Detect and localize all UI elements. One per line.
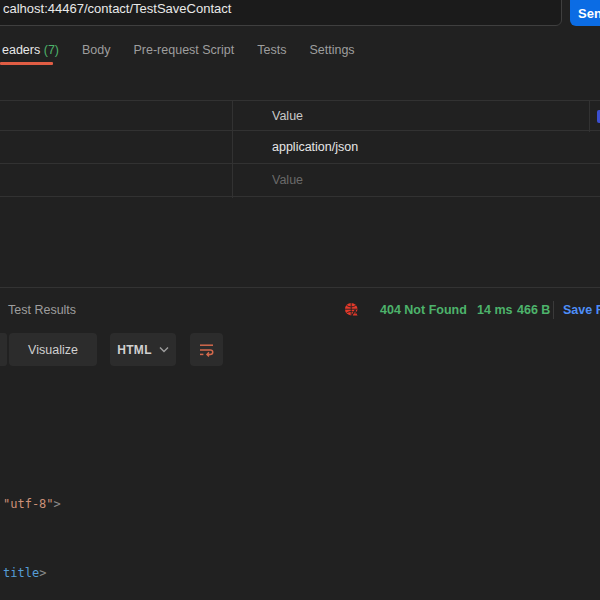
tab-body[interactable]: Body — [82, 43, 111, 57]
response-meta-bar: Test Results 404 Not Found 14 ms 466 B S… — [0, 288, 600, 324]
url-input[interactable] — [0, 0, 562, 26]
response-size[interactable]: 466 B — [517, 303, 550, 317]
column-divider — [589, 101, 590, 132]
code-line: "utf-8"> — [3, 493, 593, 516]
code-tag: title — [3, 566, 39, 580]
postman-window: Send eaders (7) Body Pre-request Script … — [0, 0, 600, 600]
response-body-code[interactable]: "utf-8"> title> T /contact/TestSaveConta… — [3, 447, 593, 600]
table-header-row: Value — [0, 100, 600, 131]
send-button[interactable]: Send — [570, 0, 600, 26]
table-row[interactable]: application/json — [0, 131, 600, 164]
response-view-controls: Visualize HTML — [0, 333, 600, 366]
wrap-text-icon — [198, 341, 215, 358]
key-value-column-divider — [232, 100, 233, 198]
headers-count-badge: (7) — [44, 43, 59, 57]
value-column-header: Value — [272, 109, 303, 123]
visualize-button[interactable]: Visualize — [9, 333, 97, 366]
status-badge[interactable]: 404 Not Found — [380, 303, 467, 317]
save-response-button[interactable]: Save Response — [563, 303, 600, 317]
code-string: "utf-8" — [3, 497, 54, 511]
response-time[interactable]: 14 ms — [477, 303, 512, 317]
chevron-down-icon — [159, 346, 169, 353]
headers-table: Value application/json — [0, 100, 600, 197]
active-tab-underline — [0, 62, 53, 65]
tab-settings[interactable]: Settings — [309, 43, 354, 57]
table-row[interactable] — [0, 164, 600, 197]
new-header-value-input[interactable] — [272, 168, 512, 192]
code-line: title> — [3, 562, 593, 585]
vertical-divider — [553, 301, 554, 319]
tab-test-results[interactable]: Test Results — [8, 303, 76, 317]
header-value-cell[interactable]: application/json — [272, 140, 358, 154]
code-punctuation: > — [54, 497, 61, 511]
format-dropdown-value: HTML — [117, 343, 152, 357]
request-tabs: eaders (7) Body Pre-request Script Tests… — [2, 43, 355, 57]
view-mode-segment-cut[interactable] — [0, 333, 7, 366]
tab-tests[interactable]: Tests — [257, 43, 286, 57]
code-punctuation: > — [39, 566, 46, 580]
globe-error-icon[interactable] — [344, 302, 360, 318]
wrap-text-button[interactable] — [190, 333, 223, 366]
tab-pre-request-script[interactable]: Pre-request Script — [134, 43, 235, 57]
format-dropdown[interactable]: HTML — [110, 333, 176, 366]
tab-headers[interactable]: eaders (7) — [2, 43, 59, 57]
tab-headers-label: eaders — [2, 43, 40, 57]
